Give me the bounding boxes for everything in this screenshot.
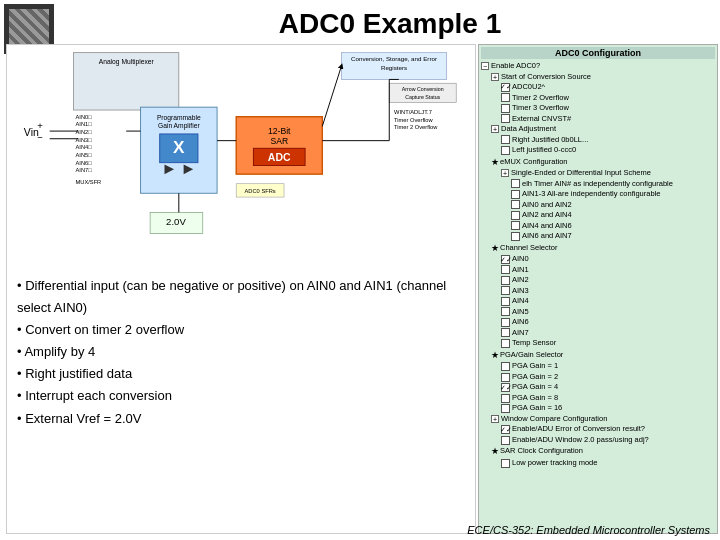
svg-text:Conversion, Storage, and Error: Conversion, Storage, and Error: [351, 55, 437, 62]
tree-star-icon: ★: [491, 349, 499, 362]
tree-item: ★PGA/Gain Selector: [481, 349, 715, 362]
adc-diagram: Analog Multiplexer Vin + − AIN0□ AIN1□ A…: [7, 45, 475, 265]
svg-text:Timer Overflow: Timer Overflow: [394, 117, 433, 123]
tree-checkbox[interactable]: [511, 190, 520, 199]
tree-checkbox[interactable]: [501, 135, 510, 144]
tree-checkbox[interactable]: [501, 297, 510, 306]
svg-text:ADC: ADC: [268, 151, 291, 163]
tree-item-label: AIN4 and AIN6: [522, 221, 572, 232]
tree-item: Timer 2 Overflow: [481, 93, 715, 104]
tree-item: AIN2 and AIN4: [481, 210, 715, 221]
tree-item-label: AIN0: [512, 254, 529, 265]
svg-text:AIN1□: AIN1□: [76, 121, 93, 127]
tree-item: AIN6: [481, 317, 715, 328]
logo-image: [9, 9, 49, 49]
tree-item: ★SAR Clock Configuration: [481, 445, 715, 458]
tree-checkbox[interactable]: [501, 114, 510, 123]
tree-expand-icon[interactable]: +: [491, 415, 499, 423]
tree-checkbox[interactable]: [501, 328, 510, 337]
footer: ECE/CS-352: Embedded Microcontroller Sys…: [467, 524, 710, 536]
svg-text:2.0V: 2.0V: [166, 216, 186, 227]
tree-expand-icon[interactable]: +: [491, 125, 499, 133]
svg-text:AIN7□: AIN7□: [76, 167, 93, 173]
svg-text:Gain Amplifier: Gain Amplifier: [158, 122, 200, 130]
tree-checkbox[interactable]: [501, 93, 510, 102]
tree-item: ✓AIN0: [481, 254, 715, 265]
tree-checkbox[interactable]: [501, 373, 510, 382]
tree-item: AIN4: [481, 296, 715, 307]
svg-text:Analog Multiplexer: Analog Multiplexer: [99, 58, 155, 66]
tree-item-label: elh Timer AIN# as independently configur…: [522, 179, 673, 190]
bullet-1: • Differential input (can be negative or…: [17, 275, 465, 319]
tree-checkbox[interactable]: [501, 265, 510, 274]
tree-item-label: PGA Gain = 1: [512, 361, 558, 372]
tree-item-label: AIN2: [512, 275, 529, 286]
diagram-area: Analog Multiplexer Vin + − AIN0□ AIN1□ A…: [6, 44, 476, 534]
config-panel-title: ADC0 Configuration: [481, 47, 715, 59]
tree-item-label: AIN4: [512, 296, 529, 307]
tree-item: AIN5: [481, 307, 715, 318]
bullet-3: • Amplify by 4: [17, 341, 465, 363]
tree-item: AIN6 and AIN7: [481, 231, 715, 242]
tree-checkbox[interactable]: [501, 286, 510, 295]
tree-checkbox[interactable]: [501, 276, 510, 285]
tree-checkbox[interactable]: [501, 146, 510, 155]
svg-text:ADC0 SFRs: ADC0 SFRs: [245, 188, 276, 194]
tree-checkbox[interactable]: ✓: [501, 383, 510, 392]
config-panel: ADC0 Configuration −Enable ADC0?+Start o…: [478, 44, 718, 534]
tree-item-label: ADC0U2^: [512, 82, 545, 93]
tree-item: +Window Compare Configuration: [481, 414, 715, 425]
tree-checkbox[interactable]: [501, 318, 510, 327]
tree-checkbox[interactable]: [501, 404, 510, 413]
tree-item-label: AIN0 and AIN2: [522, 200, 572, 211]
tree-item: AIN7: [481, 328, 715, 339]
tree-checkbox[interactable]: [511, 221, 520, 230]
tree-checkbox[interactable]: [501, 307, 510, 316]
tree-checkbox[interactable]: [501, 394, 510, 403]
tree-checkbox[interactable]: [511, 179, 520, 188]
tree-item-label: AIN1: [512, 265, 529, 276]
tree-checkbox[interactable]: ✓: [501, 425, 510, 434]
svg-text:AIN0□: AIN0□: [76, 114, 93, 120]
tree-item-label: Data Adjustment: [501, 124, 556, 135]
tree-item-label: PGA Gain = 4: [512, 382, 558, 393]
tree-item: +Single-Ended or Differential Input Sche…: [481, 168, 715, 179]
tree-item: elh Timer AIN# as independently configur…: [481, 179, 715, 190]
tree-expand-icon[interactable]: +: [501, 169, 509, 177]
tree-item-label: eMUX Configuration: [500, 157, 568, 168]
tree-item-label: AIN3: [512, 286, 529, 297]
tree-checkbox[interactable]: [501, 339, 510, 348]
tree-item: AIN4 and AIN6: [481, 221, 715, 232]
tree-expand-icon[interactable]: +: [491, 73, 499, 81]
svg-text:AIN3□: AIN3□: [76, 137, 93, 143]
tree-item-label: SAR Clock Configuration: [500, 446, 583, 457]
tree-item: ★Channel Selector: [481, 242, 715, 255]
svg-text:AIN6□: AIN6□: [76, 160, 93, 166]
tree-checkbox[interactable]: [501, 436, 510, 445]
svg-text:Timer 2 Overflow: Timer 2 Overflow: [394, 124, 438, 130]
bullet-5: • Interrupt each conversion: [17, 385, 465, 407]
tree-item-label: Enable ADC0?: [491, 61, 540, 72]
bullet-6: • External Vref = 2.0V: [17, 408, 465, 430]
tree-item: ✓PGA Gain = 4: [481, 382, 715, 393]
tree-item-label: Temp Sensor: [512, 338, 556, 349]
tree-checkbox[interactable]: ✓: [501, 255, 510, 264]
tree-checkbox[interactable]: [501, 362, 510, 371]
tree-checkbox[interactable]: [501, 104, 510, 113]
tree-item-label: Low power tracking mode: [512, 458, 597, 469]
tree-checkbox[interactable]: [511, 232, 520, 241]
bullet-points-container: • Differential input (can be negative or…: [7, 269, 475, 436]
tree-expand-icon[interactable]: −: [481, 62, 489, 70]
tree-item-label: Start of Conversion Source: [501, 72, 591, 83]
main-content: Analog Multiplexer Vin + − AIN0□ AIN1□ A…: [0, 44, 720, 534]
tree-item-label: AIN5: [512, 307, 529, 318]
tree-star-icon: ★: [491, 156, 499, 169]
tree-item: +Data Adjustment: [481, 124, 715, 135]
tree-item: −Enable ADC0?: [481, 61, 715, 72]
tree-checkbox[interactable]: [501, 459, 510, 468]
tree-checkbox[interactable]: [511, 211, 520, 220]
tree-checkbox[interactable]: ✓: [501, 83, 510, 92]
tree-checkbox[interactable]: [511, 200, 520, 209]
tree-item-label: Channel Selector: [500, 243, 558, 254]
tree-item: AIN1: [481, 265, 715, 276]
